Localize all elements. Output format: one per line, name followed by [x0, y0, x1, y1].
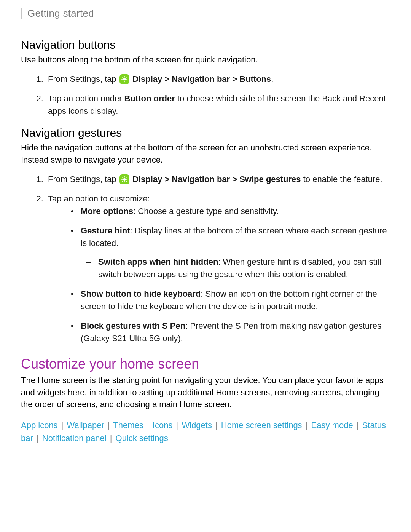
steps-navigation-buttons: From Settings, tap Displ	[21, 73, 390, 117]
options-list: More options: Choose a gesture type and …	[48, 205, 390, 345]
link-home-screen-settings[interactable]: Home screen settings	[221, 420, 302, 430]
link-separator: |	[176, 420, 178, 430]
list-item: Show button to hide keyboard: Show an ic…	[78, 288, 390, 313]
svg-line-8	[126, 77, 127, 78]
step-text: From Settings, tap	[48, 74, 119, 84]
section-intro-navigation-buttons: Use buttons along the bottom of the scre…	[21, 54, 390, 66]
svg-line-5	[123, 77, 123, 78]
step-text: From Settings, tap	[48, 174, 119, 184]
step-bold: Display > Navigation bar > Swipe gesture…	[132, 174, 301, 184]
svg-line-15	[126, 181, 127, 182]
step-text: Tap an option under	[48, 94, 124, 103]
list-item: Switch apps when hint hidden: When gestu…	[96, 256, 390, 281]
svg-line-16	[123, 181, 123, 182]
link-notification-panel[interactable]: Notification panel	[42, 433, 107, 443]
step-item: Tap an option to customize: More options…	[46, 192, 390, 345]
link-separator: |	[306, 420, 308, 430]
svg-point-9	[123, 178, 126, 181]
link-separator: |	[37, 433, 39, 443]
section-title-customize-home: Customize your home screen	[21, 356, 390, 372]
link-separator: |	[147, 420, 149, 430]
list-item: Gesture hint: Display lines at the botto…	[78, 224, 390, 281]
section-intro-navigation-gestures: Hide the navigation buttons at the botto…	[21, 142, 390, 166]
link-themes[interactable]: Themes	[113, 420, 143, 430]
section-intro-customize-home: The Home screen is the starting point fo…	[21, 374, 390, 411]
option-text: : Choose a gesture type and sensitivity.	[133, 206, 279, 216]
step-bold: Display > Navigation bar > Buttons	[132, 74, 271, 84]
link-separator: |	[110, 433, 112, 443]
link-quick-settings[interactable]: Quick settings	[116, 433, 168, 443]
step-item: Tap an option under Button order to choo…	[46, 92, 390, 117]
option-label: Block gestures with S Pen	[81, 321, 185, 331]
step-suffix: .	[271, 74, 273, 84]
option-label: Show button to hide keyboard	[81, 289, 201, 299]
svg-line-17	[126, 177, 127, 178]
step-text: Tap an option to customize:	[48, 194, 150, 203]
svg-line-7	[123, 81, 123, 81]
link-easy-mode[interactable]: Easy mode	[311, 420, 353, 430]
svg-line-6	[126, 81, 127, 81]
svg-point-0	[123, 78, 126, 80]
link-separator: |	[215, 420, 218, 430]
step-bold: Button order	[124, 94, 175, 103]
section-title-navigation-gestures: Navigation gestures	[21, 126, 390, 139]
sub-list: Switch apps when hint hidden: When gestu…	[81, 256, 390, 281]
step-suffix: to enable the feature.	[301, 174, 382, 184]
link-app-icons[interactable]: App icons	[21, 420, 58, 430]
option-label: Switch apps when hint hidden	[98, 257, 218, 267]
section-title-navigation-buttons: Navigation buttons	[21, 38, 390, 51]
list-item: Block gestures with S Pen: Prevent the S…	[78, 320, 390, 345]
steps-navigation-gestures: From Settings, tap Displ	[21, 173, 390, 345]
link-separator: |	[357, 420, 359, 430]
list-item: More options: Choose a gesture type and …	[78, 205, 390, 217]
step-item: From Settings, tap Displ	[46, 173, 390, 185]
link-row: App icons | Wallpaper | Themes | Icons |…	[21, 419, 390, 445]
display-icon	[119, 174, 129, 184]
option-label: Gesture hint	[81, 226, 130, 235]
link-wallpaper[interactable]: Wallpaper	[67, 420, 104, 430]
link-icons[interactable]: Icons	[153, 420, 173, 430]
option-label: More options	[81, 206, 133, 216]
link-widgets[interactable]: Widgets	[182, 420, 212, 430]
display-icon	[119, 74, 129, 84]
link-separator: |	[61, 420, 64, 430]
breadcrumb-header: Getting started	[21, 8, 390, 19]
svg-line-14	[123, 177, 123, 178]
step-item: From Settings, tap Displ	[46, 73, 390, 85]
link-separator: |	[108, 420, 110, 430]
